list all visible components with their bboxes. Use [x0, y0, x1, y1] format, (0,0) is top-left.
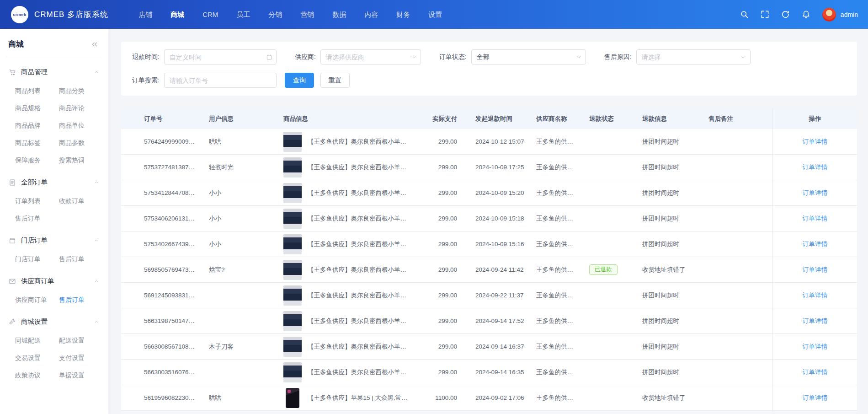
product-name: 【王多鱼供应】奥尔良密西根小羊皮特...	[308, 240, 410, 248]
column-header-1: 用户信息	[203, 115, 278, 123]
sidebar: 商城 商品管理商品列表商品分类商品规格商品评论商品品牌商品单位商品标签商品参数保…	[0, 29, 108, 414]
sidebar-item-售后订单[interactable]: 售后订单	[59, 291, 103, 309]
topnav-item-6[interactable]: 数据	[323, 0, 355, 29]
refresh-icon[interactable]	[781, 10, 790, 19]
topnav-item-8[interactable]: 财务	[387, 0, 419, 29]
cell-refund-info: 拼团时间超时	[637, 317, 703, 325]
mail-icon	[9, 278, 16, 285]
topnav-item-3[interactable]: 员工	[227, 0, 259, 29]
supplier-select[interactable]	[320, 49, 421, 65]
cell-refund-info: 收货地址填错了	[637, 266, 703, 274]
order-detail-link[interactable]: 订单详情	[803, 189, 827, 197]
order-detail-link[interactable]: 订单详情	[803, 317, 827, 325]
filter-order-status: 订单状态:	[439, 49, 586, 65]
sidebar-item-售后订单[interactable]: 售后订单	[15, 210, 59, 227]
order-detail-link[interactable]: 订单详情	[803, 163, 827, 172]
order-detail-link[interactable]: 订单详情	[803, 394, 827, 402]
cell-action: 订单详情	[772, 180, 857, 205]
sidebar-item-单据设置[interactable]: 单据设置	[59, 367, 103, 384]
order-detail-link[interactable]: 订单详情	[803, 138, 827, 146]
fullscreen-icon[interactable]	[761, 10, 769, 19]
section-label: 供应商订单	[21, 277, 54, 285]
sidebar-section-4[interactable]: 商城设置	[0, 312, 108, 332]
sidebar-section-1[interactable]: 全部订单	[0, 172, 108, 193]
refund-time-input[interactable]	[164, 49, 277, 65]
table-row: 566319875014787072【王多鱼供应】奥尔良密西根小羊皮特...29…	[121, 308, 857, 334]
search-icon[interactable]	[740, 10, 749, 19]
column-header-4: 发起退款时间	[470, 115, 531, 123]
sidebar-item-同城配送[interactable]: 同城配送	[15, 332, 59, 349]
username[interactable]: admin	[841, 11, 858, 18]
topnav-item-1[interactable]: 商城	[161, 0, 193, 29]
cell-refund-time: 2024-09-22 11:37	[470, 292, 531, 299]
topnav-item-2[interactable]: CRM	[193, 0, 227, 29]
cell-user: 小小	[203, 189, 278, 197]
sidebar-item-商品单位[interactable]: 商品单位	[59, 117, 103, 134]
cell-order-no: 569850576947380224	[121, 266, 203, 273]
product-name: 【王多鱼供应】奥尔良密西根小羊皮特...	[308, 138, 410, 146]
order-detail-link[interactable]: 订单详情	[803, 215, 827, 223]
section-items-4: 同城配送配送设置交易设置支付设置政策协议单据设置	[0, 332, 108, 387]
sidebar-item-支付设置[interactable]: 支付设置	[59, 349, 103, 367]
order-detail-link[interactable]: 订单详情	[803, 291, 827, 300]
product-image-sneaker	[283, 132, 302, 152]
cell-user: 木子刀客	[203, 343, 278, 351]
topnav-item-4[interactable]: 分销	[259, 0, 291, 29]
order-detail-link[interactable]: 订单详情	[803, 368, 827, 376]
sidebar-item-订单列表[interactable]: 订单列表	[15, 193, 59, 210]
order-detail-link[interactable]: 订单详情	[803, 343, 827, 351]
topnav-item-5[interactable]: 营销	[291, 0, 323, 29]
sidebar-section-2[interactable]: 门店订单	[0, 230, 108, 251]
topbar: crmeb CRMEB 多店版系统 店铺商城CRM员工分销营销数据内容财务设置 …	[0, 0, 868, 29]
sidebar-item-商品标签[interactable]: 商品标签	[15, 134, 59, 152]
cell-order-no: 566300351607603200	[121, 369, 203, 376]
cell-product: 【王多鱼供应】苹果15 | 大众黑,常规版	[278, 388, 415, 408]
search-button[interactable]: 查询	[285, 73, 314, 88]
sidebar-section-3[interactable]: 供应商订单	[0, 271, 108, 291]
sidebar-collapse-icon[interactable]	[91, 41, 98, 48]
reset-button[interactable]: 重置	[320, 73, 350, 88]
cell-order-no: 56912450938313136	[121, 292, 203, 299]
topnav-menu: 店铺商城CRM员工分销营销数据内容财务设置	[129, 0, 451, 29]
product-image-sneaker	[283, 311, 302, 331]
sidebar-item-供应商订单[interactable]: 供应商订单	[15, 291, 59, 309]
column-header-5: 供应商名称	[531, 115, 584, 123]
topnav-item-0[interactable]: 店铺	[129, 0, 161, 29]
sidebar-item-交易设置[interactable]: 交易设置	[15, 349, 59, 367]
user-avatar[interactable]	[822, 8, 836, 22]
cell-order-no: 575340620613156864	[121, 215, 203, 222]
sidebar-item-商品品牌[interactable]: 商品品牌	[15, 117, 59, 134]
after-sale-reason-select[interactable]	[636, 49, 751, 65]
sidebar-section-0[interactable]: 商品管理	[0, 62, 108, 82]
cell-supplier: 王多鱼的供应小店	[531, 368, 584, 376]
sidebar-item-商品参数[interactable]: 商品参数	[59, 134, 103, 152]
sidebar-item-搜索热词[interactable]: 搜索热词	[59, 152, 103, 169]
order-status-label: 订单状态:	[439, 53, 467, 61]
sidebar-item-商品评论[interactable]: 商品评论	[59, 100, 103, 117]
sidebar-item-商品列表[interactable]: 商品列表	[15, 82, 59, 100]
order-list-icon	[9, 179, 16, 186]
section-label: 商品管理	[21, 68, 48, 76]
table-row: 566300351607603200【王多鱼供应】奥尔良密西根小羊皮特...29…	[121, 360, 857, 385]
cell-user: 焓宝?	[203, 266, 278, 274]
topnav-item-7[interactable]: 内容	[355, 0, 387, 29]
cell-action: 订单详情	[772, 206, 857, 231]
order-search-input[interactable]	[164, 73, 277, 88]
cell-supplier: 王多鱼的供应小店	[531, 343, 584, 351]
order-detail-link[interactable]: 订单详情	[803, 266, 827, 274]
layout: 商城 商品管理商品列表商品分类商品规格商品评论商品品牌商品单位商品标签商品参数保…	[0, 29, 868, 414]
sidebar-item-门店订单[interactable]: 门店订单	[15, 251, 59, 268]
sidebar-item-政策协议[interactable]: 政策协议	[15, 367, 59, 384]
sidebar-item-配送设置[interactable]: 配送设置	[59, 332, 103, 349]
sidebar-item-售后订单[interactable]: 售后订单	[59, 251, 103, 268]
sidebar-item-收款订单[interactable]: 收款订单	[59, 193, 103, 210]
order-status-select[interactable]	[471, 49, 586, 65]
sidebar-item-保障服务[interactable]: 保障服务	[15, 152, 59, 169]
sidebar-item-商品分类[interactable]: 商品分类	[59, 82, 103, 100]
order-detail-link[interactable]: 订单详情	[803, 240, 827, 248]
cell-product: 【王多鱼供应】奥尔良密西根小羊皮特...	[278, 132, 415, 152]
topnav-item-9[interactable]: 设置	[419, 0, 451, 29]
bell-icon[interactable]	[802, 10, 810, 19]
product-image-phone	[286, 388, 299, 408]
sidebar-item-商品规格[interactable]: 商品规格	[15, 100, 59, 117]
